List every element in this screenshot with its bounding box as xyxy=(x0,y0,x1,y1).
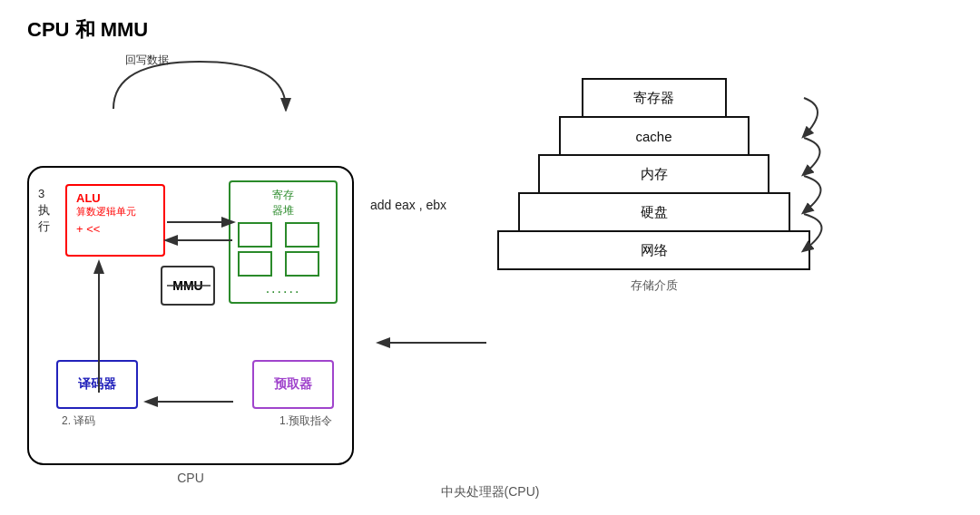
mem-network: 网络 xyxy=(497,230,810,270)
mem-ram: 内存 xyxy=(538,154,769,194)
reg-cell-4 xyxy=(285,251,319,277)
alu-box: ALU 算数逻辑单元 + << xyxy=(65,184,165,257)
regfile-box: 寄存器堆 ...... xyxy=(229,180,338,304)
page-title: CPU 和 MMU xyxy=(0,0,980,44)
decoder-step-label: 2. 译码 xyxy=(62,413,95,429)
storage-label: 存储介质 xyxy=(631,277,678,294)
memory-hierarchy: 寄存器 cache 内存 硬盘 网络 xyxy=(497,71,810,294)
exec-label: 3执行 xyxy=(38,186,50,236)
cpu-box: 3执行 ALU 算数逻辑单元 + << MMU 寄存器堆 .. xyxy=(27,166,354,465)
regfile-grid xyxy=(238,222,328,277)
cpu-label: CPU xyxy=(177,471,204,485)
diagram-area: 回写数据 3执行 ALU 算数逻辑单元 + << xyxy=(0,44,980,485)
writeback-arrow xyxy=(27,53,354,112)
pyramid-right-arrows xyxy=(799,78,845,287)
alu-subtitle: 算数逻辑单元 xyxy=(76,205,154,219)
decoder-box: 译码器 xyxy=(56,360,138,409)
fetch-arrow xyxy=(370,107,488,406)
alu-ops: + << xyxy=(76,222,154,236)
reg-cell-1 xyxy=(238,222,272,248)
bottom-label: 中央处理器(CPU) xyxy=(0,484,980,500)
reg-cell-2 xyxy=(285,222,319,248)
pyramid-stack: 寄存器 cache 内存 硬盘 网络 xyxy=(497,78,810,270)
mmu-box: MMU xyxy=(161,266,215,306)
prefetch-step-label: 1.预取指令 xyxy=(279,413,332,429)
mem-hdd: 硬盘 xyxy=(518,192,790,232)
regfile-dots: ...... xyxy=(266,280,301,296)
regfile-title: 寄存器堆 xyxy=(272,188,294,219)
middle-section: add eax , ebx xyxy=(370,107,488,212)
prefetch-box: 预取器 xyxy=(252,360,334,409)
mem-registers: 寄存器 xyxy=(582,78,727,118)
alu-title: ALU xyxy=(76,191,154,205)
reg-cell-3 xyxy=(238,251,272,277)
mem-cache: cache xyxy=(559,116,750,156)
